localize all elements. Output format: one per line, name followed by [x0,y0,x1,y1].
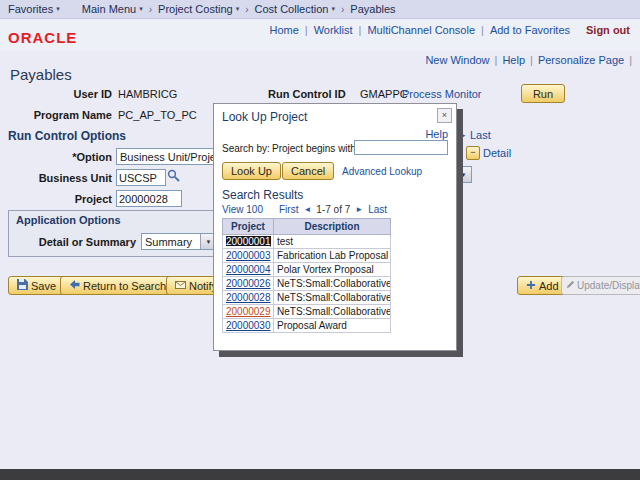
user-id-value: HAMBRICG [118,88,177,100]
cancel-button[interactable]: Cancel [282,162,334,180]
description-column-header[interactable]: Description [274,219,391,235]
sign-out-link[interactable]: Sign out [586,24,630,36]
next-page-icon[interactable]: ► [355,205,363,214]
breadcrumb-main-menu[interactable]: Main Menu ▾ [82,3,143,15]
description-link[interactable]: Fabrication Lab Proposal [274,249,391,263]
project-link[interactable]: 20000004 [226,264,271,275]
breadcrumb-project-costing[interactable]: Project Costing ▾ [158,3,239,15]
update-display-button[interactable]: Update/Display [561,276,640,295]
business-unit-input[interactable]: USCSP [116,169,166,186]
project-cell: 20000003 [223,249,274,263]
project-column-header[interactable]: Project [223,219,274,235]
last-link[interactable]: Last [368,204,387,215]
detail-or-summary-select[interactable]: Summary ▼ [141,233,217,250]
close-icon[interactable]: × [437,108,452,123]
oracle-logo: ORACLE [8,29,77,46]
table-row: 20000030Proposal Award [223,319,391,333]
run-control-id-label: Run Control ID [268,88,346,100]
search-input[interactable] [354,140,448,155]
new-window-link[interactable]: New Window [425,54,489,66]
page-links: New Window | Help | Personalize Page | [425,54,632,66]
run-control-options-title: Run Control Options [8,129,126,143]
delete-row-icon[interactable]: − [466,146,480,160]
chevron-down-icon: ▾ [236,5,240,13]
breadcrumb-payables[interactable]: Payables [350,3,395,15]
description-link[interactable]: test [274,235,391,249]
results-table-body: 20000001test20000003Fabrication Lab Prop… [223,235,391,333]
add-button[interactable]: Add [517,276,568,295]
grid-detail-fragment: + − Detail [449,146,511,160]
program-name-label: Program Name [30,109,112,121]
home-link[interactable]: Home [269,24,298,36]
description-link[interactable]: Proposal Award [274,319,391,333]
detail-or-summary-label: Detail or Summary [20,236,136,248]
project-link[interactable]: 20000028 [226,292,271,303]
add-to-favorites-link[interactable]: Add to Favorites [490,24,570,36]
breadcrumb-label: Payables [350,3,395,15]
header-links: Home | Worklist | MultiChannel Console |… [269,24,630,36]
pencil-icon [566,280,575,291]
table-row: 20000026NeTS:Small:Collaborative:Infra [223,277,391,291]
return-to-search-button[interactable]: Return to Search [60,276,175,295]
description-link[interactable]: NeTS:Small:Collaborative:Infra [274,277,391,291]
breadcrumb-separator: › [245,4,248,15]
multichannel-console-link[interactable]: MultiChannel Console [367,24,475,36]
plus-icon [526,280,536,292]
add-button-label: Add [539,280,559,292]
modal-help-link[interactable]: Help [425,128,448,140]
modal-title: Look Up Project [222,110,307,124]
prev-page-icon[interactable]: ◄ [303,205,311,214]
separator: | [481,24,484,36]
separator: | [305,24,308,36]
business-unit-value: USCSP [119,172,157,184]
program-name-value: PC_AP_TO_PC [118,109,197,121]
chevron-down-icon: ▾ [56,5,60,13]
help-link[interactable]: Help [502,54,525,66]
project-link[interactable]: 20000026 [226,278,271,289]
save-button-label: Save [31,280,56,292]
separator: | [495,54,498,66]
first-link[interactable]: First [279,204,298,215]
range-label: 1-7 of 7 [316,204,350,215]
breadcrumb-label: Main Menu [82,3,136,15]
advanced-lookup-link[interactable]: Advanced Lookup [342,166,422,177]
separator: | [629,54,632,66]
cancel-button-label: Cancel [291,165,325,177]
description-link[interactable]: NeTS:Small:Collaborative:Infra [274,291,391,305]
view-100-link[interactable]: View 100 [222,204,263,215]
breadcrumb-separator: › [341,4,344,15]
table-row: 20000004Polar Vortex Proposal [223,263,391,277]
header-bar: ORACLE Home | Worklist | MultiChannel Co… [0,20,640,51]
search-results-title: Search Results [222,188,303,202]
breadcrumb-favorites[interactable]: Favorites ▾ [8,3,60,15]
project-cell: 20000030 [223,319,274,333]
look-up-button[interactable]: Look Up [222,162,281,180]
personalize-page-link[interactable]: Personalize Page [538,54,624,66]
project-link[interactable]: 20000001 [226,236,271,247]
grid-pagination-fragment: ► Last [459,129,491,141]
option-label: *Option [30,151,112,163]
criteria-label: Project begins with [272,143,356,154]
bottom-status-strip [0,469,640,480]
save-icon [17,279,28,292]
breadcrumb-cost-collection[interactable]: Cost Collection ▾ [255,3,336,15]
detail-link[interactable]: Detail [483,147,511,159]
process-monitor-link[interactable]: Process Monitor [402,88,481,100]
description-link[interactable]: NeTS:Small:Collaborative:Infra [274,305,391,319]
lookup-magnifier-icon[interactable] [167,169,180,184]
project-link[interactable]: 20000003 [226,250,271,261]
chevron-down-icon: ▾ [331,5,335,13]
results-header-row: Project Description [223,219,391,235]
save-button[interactable]: Save [8,276,65,295]
project-link[interactable]: 20000030 [226,320,271,331]
detail-or-summary-value: Summary [142,234,200,249]
description-link[interactable]: Polar Vortex Proposal [274,263,391,277]
grid-last-link[interactable]: Last [470,129,491,141]
project-input[interactable]: 20000028 [116,190,182,207]
run-button[interactable]: Run [521,84,565,103]
project-link[interactable]: 20000029 [226,306,271,317]
next-page-icon[interactable]: ► [459,131,467,140]
table-row: 20000029NeTS:Small:Collaborative:Infra [223,305,391,319]
worklist-link[interactable]: Worklist [314,24,353,36]
table-row: 20000003Fabrication Lab Proposal [223,249,391,263]
